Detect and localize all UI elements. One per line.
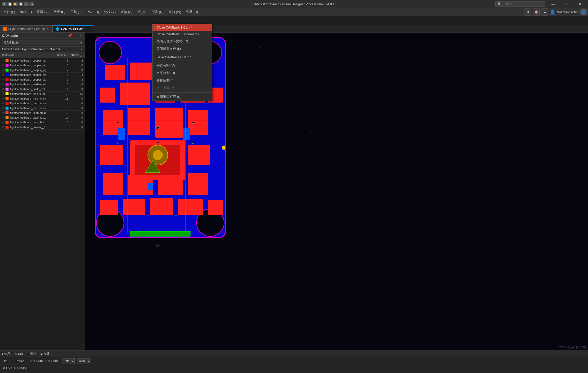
layer-color-swatch — [6, 88, 9, 91]
save-icon[interactable]: 💾 — [19, 2, 23, 6]
ctx-close-all[interactable]: 关闭所有文档 (L) — [153, 45, 212, 53]
menu-report[interactable]: 报告 (R) — [149, 9, 166, 15]
layer-row[interactable]: ✓ flightcontrolboard_legend_bot 12 16 — [0, 92, 85, 96]
status-tab-network[interactable]: ⊞ 网络 — [27, 352, 36, 356]
menu-analysis[interactable]: 分析 (Y) — [101, 9, 118, 15]
svg-point-54 — [117, 142, 119, 144]
svg-rect-44 — [208, 200, 223, 215]
maximize-button[interactable]: □ — [561, 0, 572, 8]
status-tab-info[interactable]: ℹ 信息 — [2, 352, 10, 356]
redo-icon[interactable]: ↪ — [30, 2, 34, 6]
user-avatar[interactable]: 👤 — [580, 9, 587, 16]
ctx-open-new-window[interactable]: 在新窗口打开 (N) — [153, 93, 212, 101]
menu-tools[interactable]: 工具 (J) — [68, 9, 84, 15]
layer-color-swatch — [6, 64, 9, 67]
svg-rect-59 — [130, 231, 190, 236]
layer-name-text: flightcontrolboard_legend_bot — [10, 92, 60, 95]
tab-camtastic[interactable]: CAMtastic1.Cam * ✕ — [53, 25, 93, 32]
layer-row[interactable]: ✓ flightcontrolboard_mechanica 15 0 — [0, 106, 85, 111]
steps-label: 步骤 — [44, 352, 50, 356]
menu-table[interactable]: 表格 (A) — [118, 9, 135, 15]
toolbar-btn-1[interactable]: ⊞ — [524, 9, 531, 16]
status-tab-steps[interactable]: ◈ 步骤 — [40, 352, 50, 356]
panel-pin-btn[interactable]: 📌 — [67, 34, 72, 38]
svg-point-12 — [99, 41, 121, 64]
layer-list: ✓ flightcontrolboard_copper_sig 5 2 ✓ fl… — [0, 58, 85, 355]
svg-point-55 — [192, 142, 194, 144]
layer-row[interactable]: ✓ flightcontrolboard_pads_top.g 17 0 — [0, 115, 85, 120]
layer-color-swatch — [6, 116, 9, 119]
panel-minimize-btn[interactable]: — — [73, 34, 78, 38]
status-tabs: ℹ 信息 ⚠ Drc ⊞ 网络 ◈ 步骤 — [0, 351, 588, 357]
minimize-button[interactable]: — — [547, 0, 559, 8]
toolbar-btn-cloud[interactable]: ☁ — [541, 9, 548, 16]
ctx-split-horizontal[interactable]: 水平分割 (H) — [153, 69, 212, 77]
current-layer-scroll[interactable]: ▲ — [80, 48, 83, 51]
ctx-sep-3 — [153, 92, 212, 93]
layer-comp-text: 0 — [70, 126, 83, 129]
layer-row[interactable]: ✓ flightcontrolboard_pads_bot.g 18 0 — [0, 120, 85, 125]
coord-display: -0.177714:1.853571 — [0, 365, 588, 371]
info-icon: ℹ — [2, 352, 3, 356]
menu-window[interactable]: 窗口 (W) — [166, 9, 184, 15]
svg-rect-36 — [103, 173, 123, 195]
ctx-save[interactable]: Save CAMtastic1.Cam * — [153, 54, 212, 61]
context-menu: Close CAMtastic1.Cam * Close CAMtastic! … — [152, 24, 212, 101]
layer-name-text: flightcontrolboard_soldermask — [10, 83, 60, 86]
new-doc-icon[interactable]: 📄 — [8, 2, 12, 6]
layer-table-header: 板层名称 板层号 Comp标志 — [0, 52, 85, 58]
layer-row[interactable]: ✓ flightcontrolboard_paste_bot. 11 0 — [0, 87, 85, 92]
menu-macro[interactable]: 宏 (M) — [135, 9, 149, 15]
status-tab-drc[interactable]: ⚠ Drc — [14, 352, 23, 356]
info-label: 信息 — [4, 352, 10, 356]
menu-place[interactable]: 放置 (P) — [51, 9, 68, 15]
tab-pcbdoc-label: FlightControlBoard.PcbDoc — [8, 27, 45, 31]
current-layer-label: Current Layer: flightcontrolboard_profil… — [2, 48, 60, 51]
ctx-sep-2 — [153, 61, 212, 61]
menu-view[interactable]: 察看 (V) — [34, 9, 51, 15]
panel-close-btn[interactable]: ✕ — [79, 34, 83, 38]
layer-number-text: 19 — [60, 126, 70, 129]
layer-check-icon: ✓ — [2, 111, 5, 115]
off-select[interactable]: Off — [62, 358, 75, 364]
toolbar-btn-home[interactable]: 🏠 — [533, 9, 540, 16]
layer-row[interactable]: ✓ flightcontrolboard_keep-out.g 16 0 — [0, 111, 85, 115]
layer-check-icon: ✓ — [2, 97, 5, 100]
layer-row[interactable]: ✓ flightcontrolboard_copper_sig 5 2 — [0, 58, 85, 63]
ctx-close-others[interactable]: 关闭其他所有文档 (O) — [153, 38, 212, 45]
unit-select[interactable]: Inch — [77, 358, 91, 364]
tab-camtastic-icon — [56, 27, 59, 31]
layer-row[interactable]: ✓ flightcontrolboard_copper_sig 6 0 — [0, 63, 85, 68]
close-button[interactable]: ✕ — [574, 0, 586, 8]
layer-row[interactable]: ✓ flightcontrolboard_mechanica 14 0 — [0, 101, 85, 106]
layer-row[interactable]: ✓ flightcontrolboard_copper_sig 7 0 — [0, 68, 85, 73]
tab-pcbdoc-close[interactable]: ✕ — [46, 27, 49, 31]
open-icon[interactable]: 📂 — [13, 2, 18, 6]
ctx-tile-all[interactable]: 并排所有 (I) — [153, 77, 212, 84]
svg-rect-43 — [178, 199, 203, 215]
ctx-close-docs[interactable]: Close CAMtastic! Documents — [153, 31, 212, 38]
tab-pcbdoc[interactable]: FlightControlBoard.PcbDoc ✕ — [0, 25, 53, 32]
cam-editor-select[interactable]: CAM Editor — [2, 40, 83, 45]
undo-icon[interactable]: ↩ — [24, 2, 29, 6]
menu-edit[interactable]: 编辑 (E) — [18, 9, 34, 15]
layer-check-icon: ✓ — [2, 121, 5, 124]
ctx-close-cam[interactable]: Close CAMtastic1.Cam * — [153, 24, 212, 31]
layer-row[interactable]: ✓ flightcontrolboard_soldermask 10 0 — [0, 82, 85, 87]
tab-camtastic-close[interactable]: ✕ — [87, 28, 90, 31]
layer-comp-text: 0 — [70, 107, 83, 110]
layer-row[interactable]: ✓ flightcontrolboard_drawing_1. 19 0 — [0, 125, 85, 130]
layer-number-text: 12 — [60, 92, 70, 95]
panel-header: CAMtastic 📌 — ✕ — [0, 33, 85, 39]
svg-rect-42 — [150, 198, 173, 215]
layer-row[interactable]: ✓ flightcontrolboard_copper_sig 8 4 — [0, 73, 85, 77]
svg-rect-27 — [155, 108, 183, 138]
layer-row[interactable]: ✓ flightcontrolboard_copper_sig 9 4 — [0, 77, 85, 82]
ctx-split-vertical[interactable]: 垂直分割 (V) — [153, 62, 212, 69]
menu-file[interactable]: 文件 (F) — [1, 9, 18, 15]
menu-help[interactable]: 帮助 (H) — [184, 9, 201, 15]
search-bar[interactable]: 🔍 — [495, 1, 545, 7]
menu-route[interactable]: Rout (U) — [84, 9, 101, 15]
search-input[interactable] — [503, 2, 543, 6]
layer-row[interactable]: ✓ flightcontrolboard_mechanica 13 0 — [0, 96, 85, 101]
